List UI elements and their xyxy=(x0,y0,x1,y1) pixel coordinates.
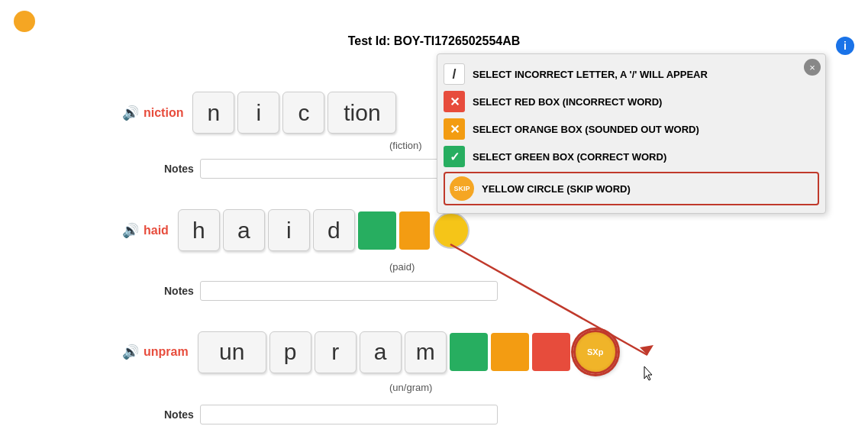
tooltip-red-x-label: SELECT RED BOX (INCORRECT WORD) xyxy=(473,96,662,108)
speaker-icon-unpram[interactable]: 🔊 xyxy=(122,344,139,360)
letter-tile-tion[interactable]: tion xyxy=(328,92,396,134)
word-label-niction: niction xyxy=(144,106,183,120)
letter-tile-a2[interactable]: a xyxy=(360,331,402,373)
tooltip-popup: × / SELECT INCORRECT LETTER, A '/' WILL … xyxy=(437,53,826,214)
red-x-icon: ✕ xyxy=(444,91,465,112)
tooltip-row-red-x: ✕ SELECT RED BOX (INCORRECT WORD) xyxy=(444,88,819,115)
letter-tile-d[interactable]: d xyxy=(313,209,355,251)
word-label-unpram: unpram xyxy=(144,345,189,359)
letter-tile-i[interactable]: i xyxy=(237,92,279,134)
letter-tile-m[interactable]: m xyxy=(405,331,447,373)
green-box-haid[interactable] xyxy=(358,211,396,250)
letter-tile-r[interactable]: r xyxy=(315,331,357,373)
notes-input-unpram[interactable] xyxy=(200,405,498,424)
tooltip-green-check-label: SELECT GREEN BOX (CORRECT WORD) xyxy=(473,151,666,163)
skip-circle-icon: SKIP xyxy=(450,176,474,201)
cursor xyxy=(641,365,657,383)
speaker-icon-haid[interactable]: 🔊 xyxy=(122,222,139,239)
letter-tile-p[interactable]: p xyxy=(269,331,311,373)
info-button[interactable]: i xyxy=(836,37,854,55)
tooltip-slash-label: SELECT INCORRECT LETTER, A '/' WILL APPE… xyxy=(473,69,708,80)
green-check-icon: ✓ xyxy=(444,146,465,167)
letter-tile-un[interactable]: un xyxy=(198,331,266,373)
notes-label-haid: Notes xyxy=(164,285,194,297)
word-row-haid: 🔊 haid h a i d xyxy=(122,209,469,251)
tooltip-orange-x-label: SELECT ORANGE BOX (SOUNDED OUT WORD) xyxy=(473,124,699,135)
word-row-niction: 🔊 niction n i c tion xyxy=(122,92,396,134)
header-title: Test Id: BOY-TI1726502554AB xyxy=(348,34,521,48)
orange-x-icon: ✕ xyxy=(444,118,465,140)
notes-row-haid: Notes xyxy=(164,281,498,301)
red-box-unpram[interactable] xyxy=(532,333,570,371)
tooltip-row-orange-x: ✕ SELECT ORANGE BOX (SOUNDED OUT WORD) xyxy=(444,115,819,143)
skip-circle-button-unpram[interactable]: SXp xyxy=(573,330,618,374)
svg-marker-1 xyxy=(640,345,653,355)
skip-circle-haid-partial xyxy=(433,212,469,249)
tooltip-row-slash: / SELECT INCORRECT LETTER, A '/' WILL AP… xyxy=(444,60,819,88)
notes-label-unpram: Notes xyxy=(164,408,194,421)
word-row-unpram: 🔊 unpram un p r a m SXp xyxy=(122,330,618,374)
hint-haid: (paid) xyxy=(389,261,415,273)
notes-label-niction: Notes xyxy=(164,163,194,175)
hint-unpram: (un/gram) xyxy=(389,382,432,393)
orange-dot xyxy=(14,11,35,32)
green-box-unpram[interactable] xyxy=(450,333,488,371)
tooltip-row-green-check: ✓ SELECT GREEN BOX (CORRECT WORD) xyxy=(444,143,819,170)
notes-row-unpram: Notes xyxy=(164,405,498,424)
speaker-icon-niction[interactable]: 🔊 xyxy=(122,105,139,121)
slash-icon: / xyxy=(444,63,465,85)
hint-niction: (fiction) xyxy=(389,140,422,151)
tooltip-skip-label: YELLOW CIRCLE (SKIP WORD) xyxy=(482,183,631,195)
letter-tile-n[interactable]: n xyxy=(192,92,234,134)
letter-tile-i2[interactable]: i xyxy=(268,209,310,251)
notes-input-haid[interactable] xyxy=(200,281,498,301)
letter-tile-a[interactable]: a xyxy=(223,209,265,251)
letter-tile-c[interactable]: c xyxy=(282,92,324,134)
tooltip-close-button[interactable]: × xyxy=(804,59,821,76)
orange-box-unpram[interactable] xyxy=(491,333,529,371)
letter-tile-h[interactable]: h xyxy=(178,209,220,251)
tooltip-row-skip: SKIP YELLOW CIRCLE (SKIP WORD) xyxy=(444,172,819,205)
word-label-haid: haid xyxy=(144,224,169,237)
orange-box-haid[interactable] xyxy=(399,211,430,250)
